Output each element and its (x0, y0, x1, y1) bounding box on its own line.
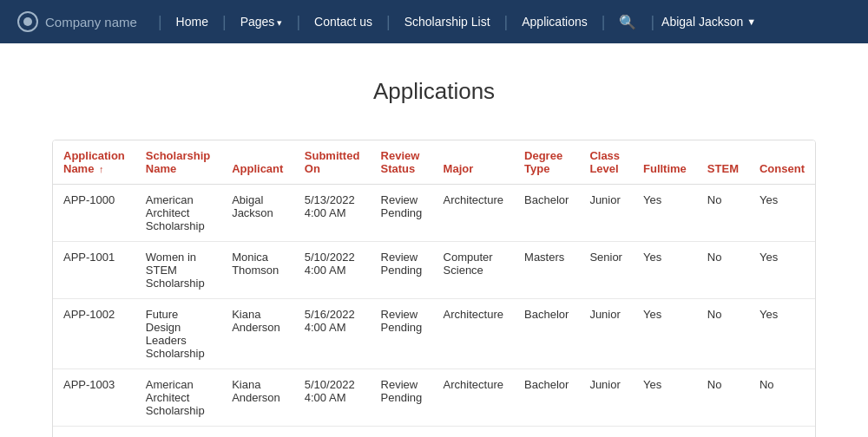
cell-stem: No (697, 185, 749, 242)
cell-major: Architecture (433, 369, 514, 427)
cell-app-id: APP-1003 (53, 369, 135, 427)
cell-applicant: Monica Thomson (221, 427, 294, 438)
table-row[interactable]: APP-1000American Architect ScholarshipAb… (53, 185, 815, 242)
cell-major: Computer Science (433, 427, 514, 438)
cell-class: Junior (579, 299, 633, 369)
cell-submitted: 5/10/2022 4:00 AM (294, 242, 371, 299)
cell-degree: Masters (514, 242, 579, 299)
cell-stem: No (697, 242, 749, 299)
cell-applicant: Kiana Anderson (221, 369, 294, 427)
cell-app-id: APP-1002 (53, 299, 135, 369)
cell-major: Computer Science (433, 242, 514, 299)
nav-divider-6: | (602, 13, 606, 31)
cell-scholarship: Foreign Language Scholarship (135, 427, 221, 438)
cell-consent: Yes (749, 427, 815, 438)
cell-degree: Bachelor (514, 427, 579, 438)
navbar: Company name | Home | Pages | Contact us… (0, 0, 868, 43)
col-header-app-name[interactable]: Application Name ↑ (53, 140, 135, 185)
table-row[interactable]: APP-1004Foreign Language ScholarshipMoni… (53, 427, 815, 438)
cell-consent: Yes (749, 185, 815, 242)
cell-class: Junior (579, 185, 633, 242)
cell-major: Architecture (433, 185, 514, 242)
cell-consent: No (749, 369, 815, 427)
table-header-row: Application Name ↑ Scholarship Name Appl… (53, 140, 815, 185)
nav-divider-4: | (386, 13, 391, 31)
cell-fulltime: Yes (633, 185, 697, 242)
cell-degree: Bachelor (514, 299, 579, 369)
nav-user-name: Abigal Jackson (661, 15, 743, 29)
cell-submitted: 5/13/2022 4:00 AM (294, 185, 371, 242)
col-header-status[interactable]: Review Status (371, 140, 433, 185)
cell-class: Junior (579, 427, 633, 438)
col-header-degree[interactable]: Degree Type (514, 140, 579, 185)
nav-divider-3: | (296, 13, 300, 31)
applications-table-container: Application Name ↑ Scholarship Name Appl… (52, 140, 816, 437)
col-header-submitted[interactable]: Submitted On (294, 140, 371, 185)
cell-class: Senior (579, 242, 633, 299)
cell-major: Architecture (433, 299, 514, 369)
nav-divider-5: | (504, 13, 509, 31)
cell-fulltime: Yes (633, 427, 697, 438)
table-row[interactable]: APP-1001Women in STEM ScholarshipMonica … (53, 242, 815, 299)
sort-arrow-icon: ↑ (99, 164, 104, 174)
cell-submitted: 5/10/2022 4:00 AM (294, 369, 371, 427)
cell-consent: Yes (749, 242, 815, 299)
cell-stem: No (697, 299, 749, 369)
nav-divider-1: | (158, 13, 162, 31)
page-title: Applications (52, 78, 816, 105)
cell-app-id: APP-1004 (53, 427, 135, 438)
cell-degree: Bachelor (514, 185, 579, 242)
cell-applicant: Kiana Anderson (221, 299, 294, 369)
col-header-stem[interactable]: STEM (697, 140, 749, 185)
nav-pages[interactable]: Pages (230, 15, 293, 29)
brand-name: Company name (45, 15, 137, 29)
col-header-class[interactable]: Class Level (579, 140, 633, 185)
search-icon[interactable]: 🔍 (608, 14, 647, 30)
cell-class: Junior (579, 369, 633, 427)
nav-brand: Company name (17, 11, 137, 32)
cell-submitted: 5/16/2022 4:00 AM (294, 299, 371, 369)
col-header-major[interactable]: Major (433, 140, 514, 185)
cell-applicant: Abigal Jackson (221, 185, 294, 242)
col-header-fulltime[interactable]: Fulltime (633, 140, 697, 185)
cell-scholarship: American Architect Scholarship (135, 369, 221, 427)
nav-scholarship[interactable]: Scholarship List (394, 15, 501, 29)
cell-status: Review Pending (371, 427, 433, 438)
table-row[interactable]: APP-1002Future Design Leaders Scholarshi… (53, 299, 815, 369)
table-row[interactable]: APP-1003American Architect ScholarshipKi… (53, 369, 815, 427)
cell-stem: No (697, 427, 749, 438)
col-header-applicant[interactable]: Applicant (221, 140, 294, 185)
table-body: APP-1000American Architect ScholarshipAb… (53, 185, 815, 438)
main-content: Applications Application Name ↑ Scholars… (0, 43, 868, 437)
col-header-consent[interactable]: Consent (749, 140, 815, 185)
nav-divider-2: | (222, 13, 227, 31)
cell-scholarship: American Architect Scholarship (135, 185, 221, 242)
cell-status: Review Pending (371, 369, 433, 427)
cell-fulltime: Yes (633, 369, 697, 427)
nav-user-menu[interactable]: Abigal Jackson ▼ (658, 15, 760, 29)
cell-applicant: Monica Thomson (221, 242, 294, 299)
brand-icon (17, 11, 38, 32)
nav-home[interactable]: Home (166, 15, 219, 29)
cell-status: Review Pending (371, 185, 433, 242)
nav-contact[interactable]: Contact us (304, 15, 383, 29)
cell-scholarship: Women in STEM Scholarship (135, 242, 221, 299)
cell-status: Review Pending (371, 299, 433, 369)
cell-app-id: APP-1001 (53, 242, 135, 299)
nav-user-arrow-icon: ▼ (746, 16, 756, 27)
cell-stem: No (697, 369, 749, 427)
cell-submitted: 5/16/2022 4:00 AM (294, 427, 371, 438)
cell-consent: Yes (749, 299, 815, 369)
cell-fulltime: Yes (633, 242, 697, 299)
cell-scholarship: Future Design Leaders Scholarship (135, 299, 221, 369)
cell-status: Review Pending (371, 242, 433, 299)
cell-degree: Bachelor (514, 369, 579, 427)
applications-table: Application Name ↑ Scholarship Name Appl… (53, 140, 815, 437)
nav-divider-7: | (650, 13, 654, 31)
cell-fulltime: Yes (633, 299, 697, 369)
cell-app-id: APP-1000 (53, 185, 135, 242)
nav-applications[interactable]: Applications (511, 15, 598, 29)
col-header-scholarship[interactable]: Scholarship Name (135, 140, 221, 185)
